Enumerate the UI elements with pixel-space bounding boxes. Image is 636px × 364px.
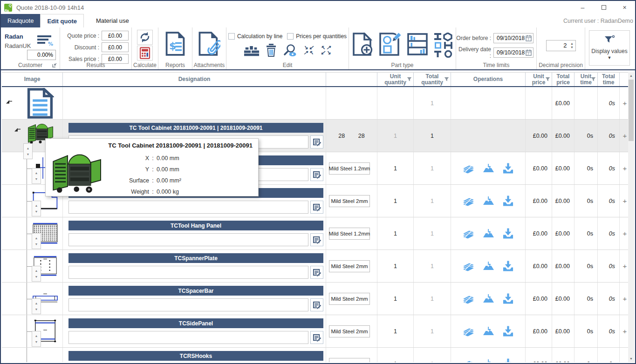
minimize-button[interactable]: – [572,1,593,14]
dialog-launcher-icon[interactable] [52,62,57,67]
cut-sheets-icon[interactable] [462,260,475,272]
material-box[interactable]: Mild Steel 2mm [329,325,370,337]
edit-note-button[interactable] [310,135,323,148]
tab-edit-quote[interactable]: Edit quote [40,14,84,27]
cut-sheets-icon[interactable] [462,162,475,175]
cut-sheets-icon[interactable] [462,293,475,305]
decimal-precision-spinner[interactable]: 2 ▲▼ [546,40,576,51]
scroll-up-icon[interactable]: ▲ [628,72,634,79]
material-box[interactable]: Mild Steel 2mm [329,195,370,207]
spinner-arrows-icon[interactable]: ▲▼ [569,40,575,51]
table-row[interactable]: ▲▼ TCSidePanel Mild Steel 2mm 1 1 [2,315,630,348]
header-operations[interactable]: Operations [451,73,526,86]
quote-price-value[interactable]: £0.00 [102,31,129,40]
refresh-button[interactable] [137,30,153,45]
edit-note-button[interactable] [310,168,323,181]
unload-icon[interactable] [502,162,514,175]
material-box[interactable]: Mild Steel 2mm [329,293,370,305]
description-input[interactable] [68,266,308,279]
unit-quantity-cell[interactable] [377,87,414,119]
reports-button[interactable]: $ [158,32,192,56]
maximize-button[interactable] [593,1,614,14]
calendar-icon[interactable]: 7 [526,35,532,41]
preview-magnifier-icon[interactable] [283,44,297,57]
quantity-spinner[interactable]: ▲▼ [32,331,41,347]
calendar-icon[interactable]: 7 [526,49,532,56]
header-total-time[interactable]: Total time [598,73,620,86]
nesting-bricks-icon[interactable] [244,44,260,56]
order-before-date-input[interactable]: 09/10/2018 7 [493,33,533,43]
collapse-arrow-icon[interactable] [14,127,21,132]
unload-icon[interactable] [502,325,514,337]
scrollbar-thumb[interactable] [629,80,634,141]
description-input[interactable] [68,201,308,214]
unit-quantity-cell[interactable]: 1 [377,315,414,347]
unload-icon[interactable] [502,228,514,240]
stock-shelf-icon[interactable] [407,33,428,56]
filter-funnel-icon[interactable] [444,77,449,82]
hooks-thumbnail-icon[interactable] [32,354,59,362]
table-row[interactable]: 1 £0.00 0s + [2,87,630,120]
bend-press-icon[interactable] [482,162,495,175]
unload-icon[interactable] [502,260,514,272]
discount-value[interactable]: £0.00 [102,42,129,52]
header-unit-price[interactable]: Unit price [526,73,552,86]
close-button[interactable]: × [614,1,635,14]
unit-quantity-cell[interactable]: 1 [377,217,414,249]
bend-press-icon[interactable] [482,293,495,305]
profile-shapes-icon[interactable] [433,33,453,58]
add-part-icon[interactable] [352,33,373,56]
material-box[interactable]: Mild Steel 1.2mm [329,228,370,240]
cut-sheets-icon[interactable] [462,325,475,337]
calculate-button[interactable] [137,46,153,61]
unload-icon[interactable] [502,293,514,305]
designation-bar[interactable]: TCRSHooks [68,351,323,361]
cut-sheets-icon[interactable] [462,195,475,207]
unload-icon[interactable] [502,195,514,207]
designation-bar[interactable]: TCSidePanel [68,318,323,328]
display-values-button[interactable]: Display values ▼ [589,30,630,66]
scroll-down-icon[interactable]: ▼ [628,355,634,362]
table-row[interactable]: ▲▼ TCSpacerBar Mild Steel 2mm 1 1 [2,283,630,315]
unload-icon[interactable] [502,358,514,363]
customer-percent-input[interactable] [27,50,56,60]
bend-press-icon[interactable] [482,260,495,272]
unit-quantity-cell[interactable]: 1 [377,250,414,282]
table-row[interactable]: ▲▼ TCTool Hang Panel Mild Steel 1.2mm 1 … [2,217,630,250]
calculation-by-line-checkbox[interactable]: Calculation by line [228,33,282,40]
edit-note-button[interactable] [310,233,323,246]
vertical-scrollbar[interactable]: ▲ ▼ [628,72,634,362]
material-box[interactable]: Mild Steel 2mm [329,358,370,363]
bend-press-icon[interactable] [482,228,495,240]
document-thumbnail-icon[interactable] [25,88,55,119]
description-input[interactable] [68,298,308,311]
quantity-spinner[interactable]: ▲▼ [32,266,41,282]
unit-quantity-cell[interactable]: 1 [377,348,414,362]
header-image[interactable]: Image [2,73,63,86]
material-box[interactable]: Mild Steel 1.2mm [329,162,370,175]
header-total-quantity[interactable]: Total quantity [414,73,451,86]
prices-per-quantities-checkbox[interactable]: Prices per quantities [287,33,347,40]
table-row[interactable]: ▲▼ TCSpannerPlate Mild Steel 2mm 1 1 [2,250,630,283]
bend-press-icon[interactable] [482,325,495,337]
designation-bar[interactable]: TC Tool Cabinet 20181009-20091 | 2018100… [68,123,323,133]
unit-quantity-cell[interactable]: 1 [377,283,414,315]
quantity-spinner[interactable]: ▲▼ [32,201,41,216]
table-row[interactable]: ▲▼ TCRSHooks Mild Steel 2mm 1 1 [2,348,630,362]
tab-material-use[interactable]: Material use [89,14,136,27]
bend-press-icon[interactable] [482,358,495,363]
unit-quantity-cell[interactable]: 1 [377,152,414,184]
edit-note-button[interactable] [310,266,323,279]
quantity-spinner[interactable]: ▲▼ [23,143,33,159]
unit-quantity-cell[interactable]: 1 [377,120,414,152]
attachments-button[interactable] [192,32,226,56]
delete-trash-icon[interactable] [266,44,277,57]
quantity-spinner[interactable]: ▲▼ [32,168,41,184]
cut-sheets-icon[interactable] [462,358,475,363]
bend-press-icon[interactable] [482,195,495,207]
designation-bar[interactable]: TCSpannerPlate [68,253,323,263]
description-input[interactable] [68,233,308,246]
header-designation[interactable]: Designation [63,73,326,86]
edit-note-button[interactable] [310,201,323,214]
edit-note-button[interactable] [310,331,323,344]
